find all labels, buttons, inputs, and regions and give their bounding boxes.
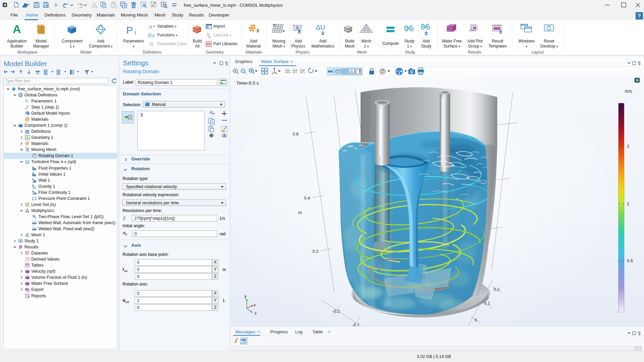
svg-text:f(x): f(x) bbox=[148, 33, 155, 38]
svg-text:y: y bbox=[244, 294, 247, 299]
svg-text:m: m bbox=[298, 210, 302, 215]
svg-text:-0.1: -0.1 bbox=[352, 323, 360, 326]
svg-text:xz: xz bbox=[301, 68, 305, 72]
svg-text:1: 1 bbox=[627, 201, 629, 206]
svg-text:0.4: 0.4 bbox=[304, 195, 310, 201]
svg-text:x: x bbox=[253, 303, 256, 307]
svg-text:D: D bbox=[32, 172, 34, 174]
svg-text:0.2: 0.2 bbox=[312, 249, 318, 254]
svg-text:0.6: 0.6 bbox=[293, 131, 299, 137]
svg-text:0.1: 0.1 bbox=[484, 301, 490, 306]
svg-text:yz: yz bbox=[294, 68, 297, 72]
svg-text:P: P bbox=[25, 99, 28, 103]
svg-text:-0.2: -0.2 bbox=[332, 309, 340, 314]
svg-text:0.5: 0.5 bbox=[627, 258, 633, 263]
svg-text:Time=5.5 s: Time=5.5 s bbox=[236, 81, 259, 86]
svg-text:A: A bbox=[13, 23, 21, 35]
svg-text:i: i bbox=[28, 100, 29, 103]
svg-text:A: A bbox=[26, 136, 28, 140]
svg-text:a=: a= bbox=[149, 23, 156, 30]
svg-text:0.2: 0.2 bbox=[494, 287, 500, 292]
svg-text:D: D bbox=[32, 184, 34, 186]
svg-text:i: i bbox=[135, 29, 136, 36]
svg-text:xy: xy bbox=[286, 68, 290, 72]
svg-text:i: i bbox=[152, 43, 153, 47]
svg-text:e-12: e-12 bbox=[25, 259, 30, 262]
svg-text:2: 2 bbox=[627, 144, 629, 149]
svg-text:D: D bbox=[32, 178, 34, 180]
svg-text:ΔU: ΔU bbox=[316, 24, 325, 31]
svg-text:P: P bbox=[126, 25, 133, 36]
svg-text:D: D bbox=[32, 166, 34, 168]
svg-text:D: D bbox=[32, 190, 34, 192]
svg-text:z: z bbox=[255, 311, 257, 315]
svg-text:0: 0 bbox=[474, 318, 477, 323]
svg-text:m/s: m/s bbox=[625, 89, 632, 94]
